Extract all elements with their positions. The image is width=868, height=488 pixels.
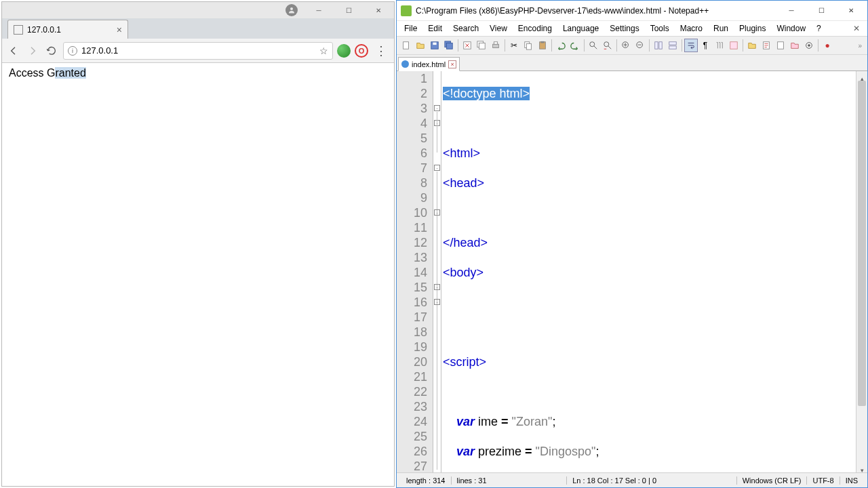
file-tab-close-icon[interactable]: × [448,60,456,68]
menu-run[interactable]: Run [709,22,733,35]
folder-icon[interactable] [745,39,759,52]
npp-toolbar: ✂ ¶ ● » [397,36,867,55]
svg-rect-9 [493,44,499,47]
wordwrap-icon[interactable] [684,39,698,52]
menu-view[interactable]: View [485,22,512,35]
status-bar: length : 314 lines : 31 Ln : 18 Col : 17… [397,472,867,487]
menu-plugins[interactable]: Plugins [734,22,770,35]
svg-rect-8 [479,43,486,49]
func-list-icon[interactable] [774,39,787,52]
menu-edit[interactable]: Edit [423,22,447,35]
tab-title: 127.0.0.1 [27,25,61,35]
close-file-icon[interactable] [460,39,474,52]
minimize-button[interactable]: ─ [776,1,806,20]
svg-rect-1 [403,42,409,49]
save-all-icon[interactable] [442,39,456,52]
close-all-icon[interactable] [475,39,488,52]
fold-column[interactable]: - - - - - - [433,71,441,472]
zoom-in-icon[interactable] [619,39,633,52]
menu-file[interactable]: File [399,22,422,35]
svg-rect-21 [669,42,677,45]
npp-title: C:\Program Files (x86)\EasyPHP-Devserver… [416,6,776,16]
record-macro-icon[interactable]: ● [821,39,834,52]
minimize-button[interactable]: ─ [304,3,333,18]
maximize-button[interactable]: ☐ [806,1,836,20]
folder-workspace-icon[interactable] [788,39,802,52]
chrome-tabbar: 127.0.0.1 × [2,18,394,39]
site-info-icon[interactable]: i [68,46,77,56]
file-status-icon [401,60,409,68]
forward-button[interactable] [25,43,40,58]
lang-icon[interactable] [727,39,741,52]
svg-point-16 [604,42,609,47]
undo-icon[interactable] [554,39,568,52]
menu-window[interactable]: Window [772,22,810,35]
svg-rect-19 [655,42,658,49]
svg-rect-25 [778,42,784,49]
scroll-down-icon[interactable]: ▾ [856,463,867,472]
editor[interactable]: 1234567891011121314151617181920212223242… [397,71,867,472]
svg-point-15 [590,42,595,47]
extension-icon-2[interactable]: O [355,44,368,58]
browser-tab[interactable]: 127.0.0.1 × [7,20,128,39]
redo-icon[interactable] [568,39,582,52]
scroll-thumb[interactable] [858,81,866,406]
replace-icon[interactable] [601,39,614,52]
find-icon[interactable] [587,39,600,52]
menu-close-doc[interactable]: ✕ [848,22,865,35]
maximize-button[interactable]: ☐ [334,3,363,18]
new-file-icon[interactable] [399,39,413,52]
sync-v-icon[interactable] [652,39,665,52]
svg-rect-3 [433,43,436,45]
toolbar-overflow-icon[interactable]: » [855,42,865,49]
file-tab-label: index.html [412,60,446,68]
svg-point-27 [808,44,810,47]
status-length: length : 314 [401,476,451,485]
zoom-out-icon[interactable] [633,39,647,52]
user-icon[interactable] [285,4,298,16]
menu-language[interactable]: Language [558,22,604,35]
close-button[interactable]: ✕ [836,1,866,20]
npp-titlebar: C:\Program Files (x86)\EasyPHP-Devserver… [397,1,867,21]
svg-rect-10 [494,42,497,45]
status-mode[interactable]: INS [840,476,863,485]
svg-rect-12 [526,43,531,49]
copy-icon[interactable] [521,39,535,52]
indent-guide-icon[interactable] [713,39,726,52]
status-eol[interactable]: Windows (CR LF) [736,476,807,485]
menu-settings[interactable]: Settings [605,22,644,35]
menu-encoding[interactable]: Encoding [513,22,557,35]
menu-search[interactable]: Search [448,22,484,35]
print-icon[interactable] [489,39,502,52]
close-button[interactable]: ✕ [364,3,393,18]
chrome-menu-icon[interactable]: ⋮ [372,43,390,58]
menu-help[interactable]: ? [812,22,826,35]
monitor-icon[interactable] [802,39,816,52]
address-bar[interactable]: i 127.0.0.1 ☆ [63,42,333,60]
sync-h-icon[interactable] [666,39,679,52]
page-content: Access Granted [2,63,394,486]
extension-icon-1[interactable] [337,44,351,58]
code-area[interactable]: <!doctype html> <html> <head> </head> <b… [441,71,856,472]
svg-rect-20 [659,42,662,49]
scroll-up-icon[interactable]: ▴ [856,71,867,81]
vertical-scrollbar[interactable]: ▴ ▾ [856,71,867,472]
tab-close-icon[interactable]: × [117,24,122,35]
back-button[interactable] [6,43,21,58]
doc-map-icon[interactable] [760,39,773,52]
menu-tools[interactable]: Tools [646,22,674,35]
bookmark-star-icon[interactable]: ☆ [319,45,328,56]
npp-menubar: File Edit Search View Encoding Language … [397,21,867,36]
svg-rect-14 [540,41,544,43]
open-file-icon[interactable] [414,39,427,52]
file-tab-index[interactable]: index.html × [398,57,460,71]
show-chars-icon[interactable]: ¶ [698,39,712,52]
menu-macro[interactable]: Macro [675,22,707,35]
paste-icon[interactable] [536,39,549,52]
page-text: Access Granted [9,67,86,79]
svg-point-0 [290,7,293,10]
cut-icon[interactable]: ✂ [507,39,521,52]
reload-button[interactable] [44,43,59,58]
save-icon[interactable] [428,39,441,52]
status-encoding[interactable]: UTF-8 [806,476,839,485]
